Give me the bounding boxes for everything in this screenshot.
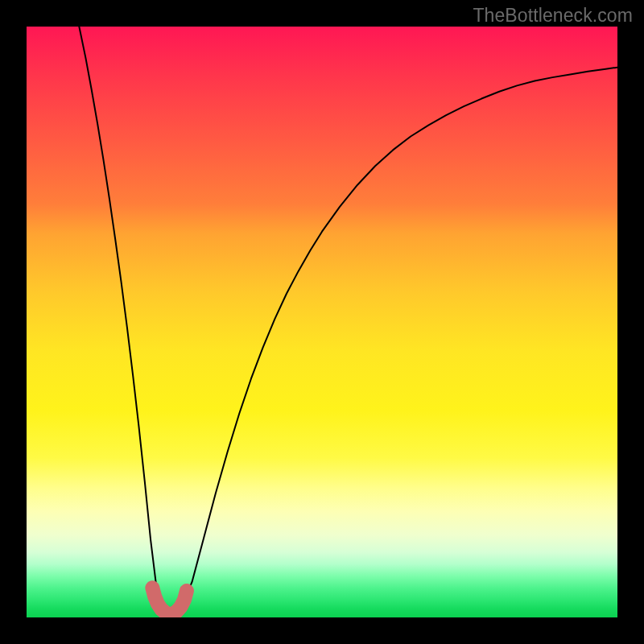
bottleneck-curve	[79, 27, 617, 614]
curve-layer	[27, 27, 617, 617]
plot-area	[27, 27, 617, 617]
watermark-text: TheBottleneck.com	[473, 5, 633, 27]
optimal-region-marker	[152, 588, 187, 614]
chart-frame: TheBottleneck.com	[0, 0, 644, 644]
